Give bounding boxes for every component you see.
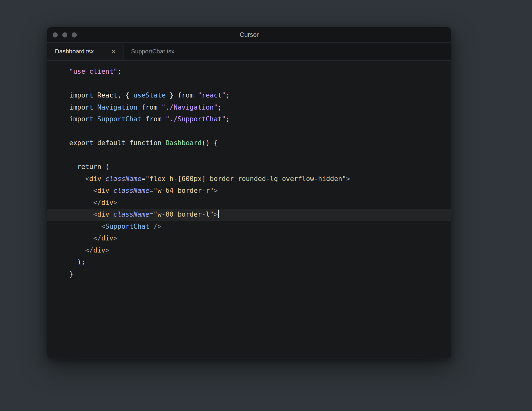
code-token: "w-80 border-l" [154,211,214,218]
code-token: () { [202,139,218,147]
code-token: "./Navigation" [162,104,218,111]
code-token: from [145,115,165,123]
code-token: > [214,211,218,218]
code-line[interactable]: </div> [47,197,451,209]
code-token: ( [101,163,109,171]
code-token: ; [117,68,122,75]
code-token: ; [226,115,230,123]
window-controls [53,27,77,42]
window-title: Cursor [47,31,451,38]
code-line[interactable] [47,149,451,161]
code-token: "flex h-[600px] border rounded-lg overfl… [145,175,346,183]
code-token [69,223,101,230]
code-token: className [113,211,150,218]
code-token: ; [218,104,222,111]
code-line[interactable]: import React, { useState } from "react"; [47,90,451,102]
code-token: from [177,91,197,99]
code-token: useState [133,91,165,99]
tab-dashboard-tsx[interactable]: Dashboard.tsx × [47,43,123,60]
code-token: Navigation [97,104,137,111]
code-line[interactable]: ); [47,256,451,268]
code-token: div [93,246,105,254]
code-token: > [113,199,117,206]
code-token [69,175,85,183]
close-icon[interactable]: × [111,48,116,55]
window-close-button[interactable] [53,32,58,37]
code-token: div [101,234,113,242]
code-token: ; [226,91,230,99]
code-token: </ [85,246,93,254]
code-token: ); [69,258,85,266]
code-token: className [105,175,142,183]
code-token: div [89,175,105,183]
code-token: return [77,163,101,171]
code-token: SupportChat [97,115,142,123]
code-token: import [69,91,97,99]
code-token: > [214,187,218,194]
window-zoom-button[interactable] [72,32,77,37]
code-token: > [346,175,350,183]
code-token: < [93,211,97,218]
tab-supportchat-tsx[interactable]: SupportChat.tsx [123,43,206,60]
code-token: > [113,234,117,242]
code-token: < [101,223,105,230]
code-token: "react" [198,91,226,99]
code-line[interactable]: <SupportChat /> [47,221,451,233]
code-token: "w-64 border-r" [154,187,214,194]
code-token: import [69,104,97,111]
code-token [69,163,77,171]
code-token: < [93,187,97,194]
code-token: export default function [69,139,165,147]
tab-label: Dashboard.tsx [55,48,94,55]
code-token [69,211,93,218]
code-token: } [165,91,177,99]
tab-label: SupportChat.tsx [131,48,174,55]
code-editor[interactable]: "use client";import React, { useState } … [47,61,451,359]
code-line[interactable]: import SupportChat from "./SupportChat"; [47,113,451,125]
code-line[interactable]: </div> [47,232,451,245]
code-token [69,187,93,194]
code-token [137,104,142,111]
window-titlebar: Cursor [47,27,451,43]
text-caret [218,210,219,218]
code-token: className [113,187,150,194]
code-line[interactable]: "use client"; [47,66,451,78]
code-token: , { [117,91,134,99]
code-token: } [69,270,73,278]
window-minimize-button[interactable] [62,32,67,37]
code-token: /> [150,223,162,230]
code-line[interactable] [47,125,451,138]
code-line[interactable]: } [47,268,451,280]
code-token: > [105,246,110,254]
editor-tab-bar: Dashboard.tsx × SupportChat.tsx [47,43,451,61]
code-line[interactable]: <div className="w-64 border-r"> [47,185,451,197]
code-line[interactable]: </div> [47,245,451,257]
code-token: div [97,211,114,218]
code-token [142,115,146,123]
code-token: Dashboard [165,139,202,147]
code-token: = [150,187,154,194]
code-line[interactable]: <div className="flex h-[600px] border ro… [47,173,451,185]
code-token: </ [93,199,101,206]
code-token: div [97,187,114,194]
code-token: = [150,211,154,218]
cursor-window: Cursor Dashboard.tsx × SupportChat.tsx "… [47,27,451,359]
code-line[interactable]: export default function Dashboard() { [47,137,451,149]
code-line[interactable]: import Navigation from "./Navigation"; [47,102,451,114]
code-token: from [142,104,162,111]
code-token: div [101,199,113,206]
code-line[interactable]: return ( [47,161,451,173]
code-line[interactable] [47,78,451,90]
code-token: SupportChat [105,223,150,230]
code-token: React [97,91,117,99]
code-token: import [69,115,97,123]
code-token [69,234,93,242]
code-line[interactable]: <div className="w-80 border-l"> [47,209,451,221]
code-token: = [142,175,146,183]
code-token [69,199,93,206]
code-token: "use client" [69,68,117,75]
code-token: < [85,175,90,183]
code-token [69,246,85,254]
code-token: </ [93,234,101,242]
code-token: "./SupportChat" [165,115,226,123]
